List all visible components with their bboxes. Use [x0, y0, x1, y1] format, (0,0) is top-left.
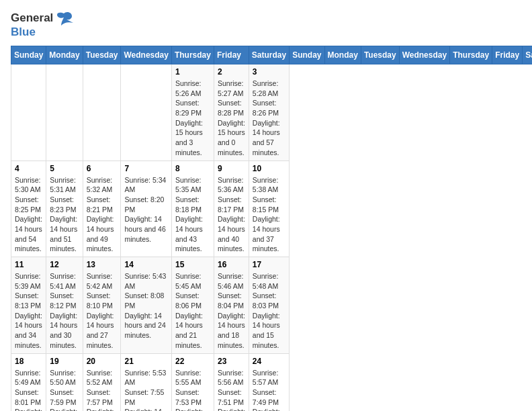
- day-info: Sunrise: 5:56 AMSunset: 7:51 PMDaylight:…: [218, 368, 245, 412]
- calendar-cell: [11, 64, 46, 161]
- day-number: 4: [15, 164, 42, 173]
- day-number: 14: [124, 260, 167, 269]
- day-number: 9: [218, 164, 245, 173]
- day-info: Sunrise: 5:31 AMSunset: 8:23 PMDaylight:…: [50, 175, 79, 255]
- day-number: 7: [124, 164, 167, 173]
- day-number: 23: [218, 357, 245, 366]
- day-number: 10: [253, 164, 285, 173]
- calendar-cell: 9Sunrise: 5:36 AMSunset: 8:17 PMDaylight…: [214, 161, 249, 257]
- day-info: Sunrise: 5:42 AMSunset: 8:10 PMDaylight:…: [87, 271, 118, 351]
- day-number: 20: [87, 357, 118, 366]
- day-number: 3: [253, 67, 285, 77]
- header-thursday: Thursday: [171, 46, 214, 64]
- day-number: 19: [50, 357, 79, 366]
- calendar-table: SundayMondayTuesdayWednesdayThursdayFrid…: [11, 46, 532, 411]
- day-info: Sunrise: 5:26 AMSunset: 8:29 PMDaylight:…: [175, 79, 210, 158]
- day-info: Sunrise: 5:35 AMSunset: 8:18 PMDaylight:…: [175, 175, 210, 255]
- header-wednesday: Wednesday: [121, 46, 171, 64]
- calendar-cell: 1Sunrise: 5:26 AMSunset: 8:29 PMDaylight…: [171, 64, 214, 161]
- calendar-cell: 4Sunrise: 5:30 AMSunset: 8:25 PMDaylight…: [11, 161, 46, 257]
- calendar-week-4: 18Sunrise: 5:49 AMSunset: 8:01 PMDayligh…: [11, 353, 533, 411]
- day-info: Sunrise: 5:30 AMSunset: 8:25 PMDaylight:…: [15, 175, 42, 255]
- calendar-cell: 16Sunrise: 5:46 AMSunset: 8:04 PMDayligh…: [214, 257, 249, 354]
- day-info: Sunrise: 5:52 AMSunset: 7:57 PMDaylight:…: [87, 368, 118, 412]
- day-number: 24: [253, 357, 285, 366]
- calendar-header-row: SundayMondayTuesdayWednesdayThursdayFrid…: [11, 46, 533, 64]
- calendar-cell: [121, 64, 171, 161]
- calendar-cell: 18Sunrise: 5:49 AMSunset: 8:01 PMDayligh…: [11, 353, 46, 411]
- day-number: 2: [218, 67, 245, 77]
- column-header-friday: Friday: [492, 46, 523, 64]
- day-info: Sunrise: 5:55 AMSunset: 7:53 PMDaylight:…: [175, 368, 210, 412]
- calendar-cell: 21Sunrise: 5:53 AMSunset: 7:55 PMDayligh…: [121, 353, 171, 411]
- day-number: 5: [50, 164, 79, 173]
- day-number: 1: [175, 67, 210, 77]
- calendar-cell: 19Sunrise: 5:50 AMSunset: 7:59 PMDayligh…: [46, 353, 83, 411]
- header-friday: Friday: [214, 46, 249, 64]
- day-number: 12: [50, 260, 79, 269]
- calendar-cell: 10Sunrise: 5:38 AMSunset: 8:15 PMDayligh…: [249, 161, 289, 257]
- day-info: Sunrise: 5:53 AMSunset: 7:55 PMDaylight:…: [124, 368, 167, 412]
- day-info: Sunrise: 5:41 AMSunset: 8:12 PMDaylight:…: [50, 271, 79, 351]
- calendar-week-3: 11Sunrise: 5:39 AMSunset: 8:13 PMDayligh…: [11, 257, 533, 354]
- day-number: 18: [15, 357, 42, 366]
- day-number: 16: [218, 260, 245, 269]
- day-info: Sunrise: 5:27 AMSunset: 8:28 PMDaylight:…: [218, 79, 245, 158]
- calendar-cell: 15Sunrise: 5:45 AMSunset: 8:06 PMDayligh…: [171, 257, 214, 354]
- day-info: Sunrise: 5:45 AMSunset: 8:06 PMDaylight:…: [175, 271, 210, 351]
- column-header-wednesday: Wednesday: [399, 46, 449, 64]
- day-info: Sunrise: 5:34 AMSunset: 8:20 PMDaylight:…: [124, 175, 167, 244]
- logo-general-text: General: [11, 11, 53, 25]
- column-header-sunday: Sunday: [290, 46, 324, 64]
- day-number: 21: [124, 357, 167, 366]
- calendar-cell: 17Sunrise: 5:48 AMSunset: 8:03 PMDayligh…: [249, 257, 289, 354]
- calendar-cell: 6Sunrise: 5:32 AMSunset: 8:21 PMDaylight…: [83, 161, 121, 257]
- day-number: 8: [175, 164, 210, 173]
- day-info: Sunrise: 5:46 AMSunset: 8:04 PMDaylight:…: [218, 271, 245, 351]
- calendar-cell: 24Sunrise: 5:57 AMSunset: 7:49 PMDayligh…: [249, 353, 289, 411]
- calendar-cell: 23Sunrise: 5:56 AMSunset: 7:51 PMDayligh…: [214, 353, 249, 411]
- day-info: Sunrise: 5:32 AMSunset: 8:21 PMDaylight:…: [87, 175, 118, 255]
- day-number: 17: [253, 260, 285, 269]
- calendar-cell: 12Sunrise: 5:41 AMSunset: 8:12 PMDayligh…: [46, 257, 83, 354]
- column-header-monday: Monday: [324, 46, 361, 64]
- header-saturday: Saturday: [249, 46, 289, 64]
- column-header-saturday: Saturday: [523, 46, 532, 64]
- day-info: Sunrise: 5:28 AMSunset: 8:26 PMDaylight:…: [253, 79, 285, 158]
- calendar-cell: 22Sunrise: 5:55 AMSunset: 7:53 PMDayligh…: [171, 353, 214, 411]
- day-info: Sunrise: 5:57 AMSunset: 7:49 PMDaylight:…: [253, 368, 285, 412]
- header-tuesday: Tuesday: [83, 46, 121, 64]
- calendar-cell: 5Sunrise: 5:31 AMSunset: 8:23 PMDaylight…: [46, 161, 83, 257]
- page-header: General Blue: [11, 11, 521, 39]
- calendar-week-2: 4Sunrise: 5:30 AMSunset: 8:25 PMDaylight…: [11, 161, 533, 257]
- logo-bird-icon: [54, 11, 73, 26]
- header-monday: Monday: [46, 46, 83, 64]
- calendar-cell: 20Sunrise: 5:52 AMSunset: 7:57 PMDayligh…: [83, 353, 121, 411]
- day-info: Sunrise: 5:48 AMSunset: 8:03 PMDaylight:…: [253, 271, 285, 351]
- calendar-cell: 7Sunrise: 5:34 AMSunset: 8:20 PMDaylight…: [121, 161, 171, 257]
- calendar-cell: 2Sunrise: 5:27 AMSunset: 8:28 PMDaylight…: [214, 64, 249, 161]
- day-info: Sunrise: 5:38 AMSunset: 8:15 PMDaylight:…: [253, 175, 285, 255]
- logo-blue-text: Blue: [11, 26, 36, 39]
- calendar-cell: [46, 64, 83, 161]
- calendar-cell: 11Sunrise: 5:39 AMSunset: 8:13 PMDayligh…: [11, 257, 46, 354]
- day-number: 22: [175, 357, 210, 366]
- column-header-tuesday: Tuesday: [361, 46, 399, 64]
- day-info: Sunrise: 5:49 AMSunset: 8:01 PMDaylight:…: [15, 368, 42, 412]
- header-sunday: Sunday: [11, 46, 46, 64]
- day-info: Sunrise: 5:43 AMSunset: 8:08 PMDaylight:…: [124, 271, 167, 340]
- day-number: 15: [175, 260, 210, 269]
- logo: General Blue: [11, 11, 73, 39]
- day-info: Sunrise: 5:36 AMSunset: 8:17 PMDaylight:…: [218, 175, 245, 255]
- day-number: 6: [87, 164, 118, 173]
- day-info: Sunrise: 5:39 AMSunset: 8:13 PMDaylight:…: [15, 271, 42, 351]
- calendar-cell: 14Sunrise: 5:43 AMSunset: 8:08 PMDayligh…: [121, 257, 171, 354]
- calendar-cell: 3Sunrise: 5:28 AMSunset: 8:26 PMDaylight…: [249, 64, 289, 161]
- calendar-cell: 13Sunrise: 5:42 AMSunset: 8:10 PMDayligh…: [83, 257, 121, 354]
- day-info: Sunrise: 5:50 AMSunset: 7:59 PMDaylight:…: [50, 368, 79, 412]
- column-header-thursday: Thursday: [450, 46, 492, 64]
- day-number: 13: [87, 260, 118, 269]
- calendar-cell: [83, 64, 121, 161]
- calendar-week-1: 1Sunrise: 5:26 AMSunset: 8:29 PMDaylight…: [11, 64, 533, 161]
- day-number: 11: [15, 260, 42, 269]
